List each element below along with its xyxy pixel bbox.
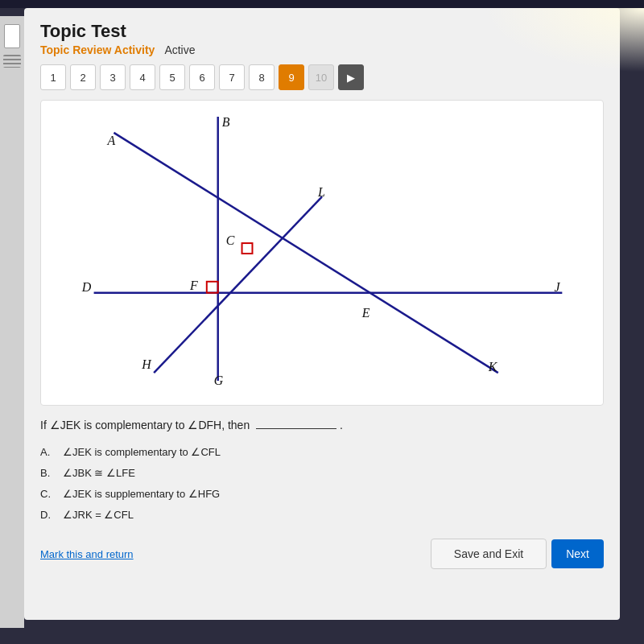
svg-text:E: E	[361, 306, 370, 320]
choice-a[interactable]: A. ∠JEK is complementary to ∠CFL	[40, 442, 604, 463]
nav-btn-4[interactable]: 4	[130, 64, 155, 90]
nav-btn-1[interactable]: 1	[40, 64, 66, 90]
nav-btn-10[interactable]: 10	[308, 64, 334, 90]
topic-review-label: Topic Review Activity	[40, 43, 155, 56]
svg-text:A: A	[106, 134, 115, 147]
subtitle-row: Topic Review Activity Active	[40, 43, 604, 56]
svg-text:J: J	[554, 280, 560, 294]
choice-a-letter: A.	[40, 442, 56, 463]
button-row: Save and Exit Next	[431, 539, 604, 569]
mark-return-link[interactable]: Mark this and return	[40, 548, 134, 560]
status-badge: Active	[164, 43, 195, 56]
nav-btn-8[interactable]: 8	[249, 64, 275, 90]
answer-choices: A. ∠JEK is complementary to ∠CFL B. ∠JBK…	[40, 442, 604, 526]
answer-blank	[256, 428, 336, 429]
question-text: If ∠JEK is complementary to ∠DFH, then .	[40, 417, 604, 434]
question-nav: 1 2 3 4 5 6 7 8 9 10 ▶	[40, 64, 604, 90]
main-content: Topic Test Topic Review Activity Active …	[24, 8, 620, 620]
choice-a-text: ∠JEK is complementary to ∠CFL	[63, 442, 221, 463]
nav-btn-9[interactable]: 9	[279, 64, 304, 90]
choice-b-text: ∠JBK ≅ ∠LFE	[63, 463, 135, 484]
next-button[interactable]: Next	[551, 539, 604, 568]
choice-b[interactable]: B. ∠JBK ≅ ∠LFE	[40, 463, 604, 484]
choice-d-text: ∠JRK = ∠CFL	[63, 505, 134, 526]
svg-text:C: C	[226, 233, 235, 247]
nav-btn-3[interactable]: 3	[100, 64, 126, 90]
page-title: Topic Test	[40, 21, 604, 42]
left-toolbar	[0, 16, 24, 628]
svg-text:H: H	[141, 357, 152, 371]
choice-d[interactable]: D. ∠JRK = ∠CFL	[40, 505, 604, 526]
bottom-bar: Mark this and return Save and Exit Next	[40, 539, 604, 569]
svg-text:D: D	[81, 280, 92, 294]
svg-text:B: B	[222, 115, 230, 129]
choice-c[interactable]: C. ∠JEK is supplementary to ∠HFG	[40, 484, 604, 505]
lines-tool[interactable]	[3, 55, 21, 68]
question-period: .	[340, 419, 343, 431]
svg-text:G: G	[214, 374, 224, 387]
diagram-area: A B C L D F E J H G K	[40, 100, 604, 406]
question-body: If ∠JEK is complementary to ∠DFH, then	[40, 419, 250, 431]
app-container: Topic Test Topic Review Activity Active …	[0, 8, 644, 644]
nav-btn-5[interactable]: 5	[159, 64, 185, 90]
nav-btn-6[interactable]: 6	[189, 64, 215, 90]
save-exit-button[interactable]: Save and Exit	[431, 539, 547, 569]
nav-arrow-btn[interactable]: ▶	[338, 64, 364, 90]
nav-btn-7[interactable]: 7	[219, 64, 245, 90]
nav-btn-2[interactable]: 2	[70, 64, 96, 90]
svg-text:L: L	[317, 185, 325, 199]
svg-text:F: F	[189, 279, 198, 292]
choice-d-letter: D.	[40, 505, 56, 526]
choice-c-text: ∠JEK is supplementary to ∠HFG	[63, 484, 220, 505]
choice-c-letter: C.	[40, 484, 56, 505]
choice-b-letter: B.	[40, 463, 56, 484]
pencil-tool[interactable]	[4, 24, 20, 48]
svg-text:K: K	[488, 360, 498, 374]
svg-rect-0	[50, 109, 594, 397]
geometry-diagram: A B C L D F E J H G K	[49, 109, 595, 397]
header: Topic Test Topic Review Activity Active	[40, 21, 604, 56]
